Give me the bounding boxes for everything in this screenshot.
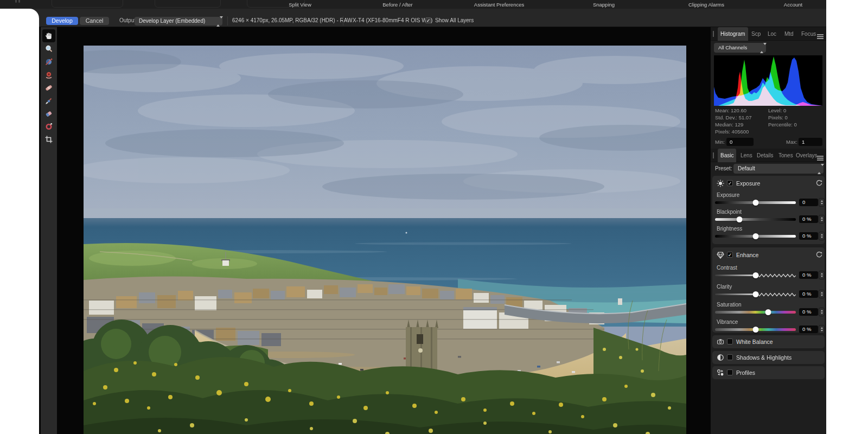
toolbar-label-split-view[interactable]: Split View xyxy=(289,2,311,8)
value-stepper[interactable] xyxy=(819,215,825,224)
slider-thumb[interactable] xyxy=(752,272,758,278)
value-stepper[interactable] xyxy=(819,308,825,316)
panel-menu-button[interactable] xyxy=(817,31,824,41)
develop-button[interactable]: Develop xyxy=(46,17,78,25)
toolbar-label-assistant-preferences[interactable]: Assistant Preferences xyxy=(474,2,524,8)
check-icon: ✓ xyxy=(728,181,732,186)
brightness-value[interactable]: 0 % xyxy=(799,232,818,240)
white-balance-enabled-checkbox[interactable] xyxy=(727,339,733,344)
max-label: Max: xyxy=(786,139,797,145)
vibrance-slider[interactable] xyxy=(715,328,796,331)
red-eye-removal-tool[interactable] xyxy=(42,68,55,81)
tab-basic[interactable]: Basic xyxy=(718,149,736,162)
tab-details[interactable]: Details xyxy=(754,149,776,162)
exposure-slider[interactable] xyxy=(715,201,796,204)
exposure-reset-button[interactable] xyxy=(815,179,823,187)
slider-thumb[interactable] xyxy=(765,309,771,315)
white-balance-icon xyxy=(717,338,724,346)
stat-pixels: Pixels: 405600 xyxy=(715,129,749,135)
cancel-button[interactable]: Cancel xyxy=(80,17,109,25)
min-input[interactable]: 0 xyxy=(726,138,754,146)
enhance-enabled-checkbox[interactable]: ✓ xyxy=(727,252,733,258)
overlay-gradient-tool[interactable] xyxy=(42,120,55,133)
hand-icon xyxy=(44,31,53,40)
show-all-layers-checkbox[interactable]: ✓ xyxy=(425,17,431,23)
white-balance-icon xyxy=(44,58,53,66)
canvas xyxy=(39,27,826,434)
tab-lens[interactable]: Lens xyxy=(738,149,755,162)
paintbrush-icon xyxy=(44,97,53,105)
crop-tool[interactable] xyxy=(42,133,55,146)
value-stepper[interactable] xyxy=(819,232,825,240)
exposure-value[interactable]: 0 xyxy=(799,199,818,206)
stat-level: Level: 0 xyxy=(768,107,786,113)
zoom-tool[interactable] xyxy=(42,42,55,55)
slider-thumb[interactable] xyxy=(752,291,758,297)
min-label: Min: xyxy=(715,139,725,145)
white-balance-tool[interactable] xyxy=(42,55,55,68)
value-stepper[interactable] xyxy=(819,198,825,207)
desktop-background xyxy=(0,9,39,434)
blemish-removal-tool[interactable] xyxy=(42,81,55,94)
contrast-slider[interactable] xyxy=(715,274,796,277)
shadows-highlights-enabled-checkbox[interactable] xyxy=(727,354,733,360)
tab-overlays[interactable]: Overlays xyxy=(793,149,820,162)
slider-label: Contrast xyxy=(717,265,737,271)
toolbar-label-account[interactable]: Account xyxy=(784,2,802,8)
enhance-reset-button[interactable] xyxy=(815,251,823,258)
view-tool[interactable] xyxy=(42,29,55,42)
toolbar-label-clipping-alarms[interactable]: Clipping Alarms xyxy=(688,2,724,8)
tab-histogram[interactable]: Histogram xyxy=(718,27,748,41)
channel-select[interactable]: All Channels xyxy=(714,43,766,53)
output-select[interactable]: Develop Layer (Embedded) xyxy=(135,17,222,25)
exposure-enabled-checkbox[interactable]: ✓ xyxy=(727,180,733,186)
photo-st-ives xyxy=(84,46,686,434)
stat-pixels-sel: Pixels: 0 xyxy=(768,114,788,120)
photo-canvas[interactable] xyxy=(84,46,686,434)
tab-location[interactable]: Loc xyxy=(765,27,779,41)
max-input[interactable]: 1 xyxy=(799,138,822,146)
persona-toolbar: Split View Before / After Assistant Pref… xyxy=(0,0,826,9)
profiles-enabled-checkbox[interactable] xyxy=(727,369,733,375)
slider-thumb[interactable] xyxy=(752,200,758,206)
clarity-slider[interactable] xyxy=(715,293,796,296)
section-title: Profiles xyxy=(736,369,755,376)
shadows-highlights-section[interactable]: Shadows & Highlights xyxy=(712,351,825,364)
reset-icon xyxy=(815,180,822,187)
stat-percentile: Percentile: 0 xyxy=(768,122,797,127)
toolbar-label-before-after[interactable]: Before / After xyxy=(382,2,412,8)
blackpoint-slider[interactable] xyxy=(715,218,796,221)
slider-label: Exposure xyxy=(717,192,739,198)
value-stepper[interactable] xyxy=(819,290,825,298)
blackpoint-value[interactable]: 0 % xyxy=(799,215,818,223)
toolbar-label-snapping[interactable]: Snapping xyxy=(593,2,615,8)
value-stepper[interactable] xyxy=(819,325,825,334)
tab-metadata[interactable]: Mtd xyxy=(782,27,796,41)
panel-menu-button[interactable] xyxy=(817,153,824,163)
tools-panel xyxy=(41,27,57,434)
contrast-value[interactable]: 0 % xyxy=(799,271,818,279)
tab-scope[interactable]: Scp xyxy=(749,27,763,41)
output-select-value: Develop Layer (Embedded) xyxy=(139,17,205,25)
overlay-erase-tool[interactable] xyxy=(42,107,55,120)
saturation-value[interactable]: 0 % xyxy=(799,308,818,316)
slider-thumb[interactable] xyxy=(736,216,742,222)
preset-select[interactable]: Default xyxy=(733,164,824,174)
overlay-paint-tool[interactable] xyxy=(42,94,55,107)
toolbar-divider xyxy=(227,16,228,25)
vibrance-value[interactable]: 0 % xyxy=(799,326,818,333)
brightness-slider[interactable] xyxy=(715,235,796,238)
slider-label: Blackpoint xyxy=(717,209,742,215)
section-title: Enhance xyxy=(736,252,758,258)
saturation-slider[interactable] xyxy=(715,311,796,314)
toolbar-remnant xyxy=(15,0,17,3)
value-stepper[interactable] xyxy=(819,271,825,279)
tab-focus[interactable]: Focus xyxy=(799,27,819,41)
slider-thumb[interactable] xyxy=(752,327,758,333)
image-info: 6246 × 4170px, 26.05MP, RGBA/32 (HDR) - … xyxy=(232,17,353,23)
show-all-layers-label[interactable]: Show All Layers xyxy=(435,17,474,23)
slider-thumb[interactable] xyxy=(752,233,758,239)
white-balance-section[interactable]: White Balance xyxy=(712,335,825,348)
clarity-value[interactable]: 0 % xyxy=(799,290,818,298)
profiles-section[interactable]: Profiles xyxy=(712,366,825,379)
